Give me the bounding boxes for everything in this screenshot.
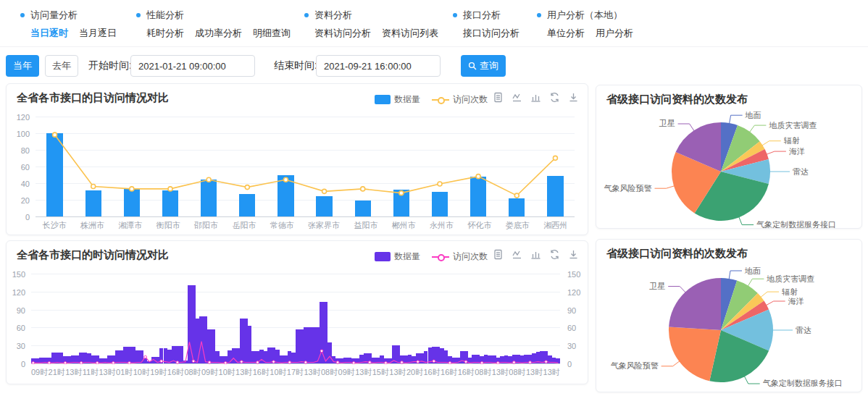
x-tick-label: 怀化市 [467, 220, 491, 231]
legend-item-databar[interactable]: 数据量 [375, 250, 420, 263]
x-tick-label: 16时 [423, 367, 440, 378]
bar[interactable] [85, 190, 101, 216]
x-tick-label: 株洲市 [80, 220, 104, 231]
end-time-label: 结束时间: [274, 59, 317, 72]
nav-item-user-analysis[interactable]: 用户分析 [596, 27, 633, 40]
legend-item-databar[interactable]: 数据量 [375, 93, 420, 106]
x-tick-label: 11时 [83, 367, 99, 378]
line-chart-switch-icon[interactable] [512, 249, 522, 260]
y-tick-label: 0 [8, 360, 25, 368]
x-tick-label: 21时 [49, 367, 65, 378]
search-button[interactable]: 查询 [461, 55, 506, 77]
gridline [31, 274, 560, 274]
legend-item-visits-line[interactable]: 访问次数 [432, 250, 488, 263]
x-tick-label: 永州市 [430, 220, 454, 231]
province-access-pie-chart[interactable]: 地面地质灾害调查辐射海洋雷达气象定制数据服务接口气象风险预警卫星 [596, 261, 861, 391]
hourly-chart-canvas[interactable] [31, 274, 560, 364]
bar[interactable] [316, 196, 332, 216]
nav-group-label: 接口分析 [463, 9, 501, 22]
legend-label: 数据量 [394, 93, 420, 106]
gridline [36, 117, 575, 117]
bar[interactable] [162, 190, 178, 216]
pie-label-辐射: 辐射 [784, 136, 800, 145]
x-tick-label: 16时 [458, 367, 475, 378]
x-tick-label: 13时 [492, 367, 509, 378]
x-tick-label: 09时 [31, 367, 48, 378]
nav-item-data-access-list[interactable]: 资料访问列表 [382, 27, 438, 40]
nav-item-daily-month[interactable]: 当月逐日 [79, 27, 117, 40]
last-year-button[interactable]: 去年 [45, 55, 78, 77]
end-time-input[interactable] [316, 55, 441, 77]
bar[interactable] [124, 189, 140, 216]
x-tick-label: 湘潭市 [118, 220, 142, 231]
bar[interactable] [277, 175, 293, 217]
start-time-label: 开始时间: [88, 59, 132, 72]
nav-item-hourly-today[interactable]: 当日逐时 [30, 27, 68, 40]
gridline [36, 133, 575, 134]
gridline [31, 327, 560, 328]
nav-item-interface-access[interactable]: 接口访问分析 [463, 27, 519, 40]
nav-group-label: 访问量分析 [30, 9, 78, 22]
download-icon[interactable] [568, 92, 579, 103]
chart-toolbox [493, 92, 579, 103]
y-tick-label: 40 [12, 180, 30, 188]
bar[interactable] [547, 176, 563, 216]
legend-swatch [375, 95, 391, 104]
x-tick-label: 16时 [167, 367, 184, 378]
bar[interactable] [470, 177, 486, 216]
x-tick-label: 长沙市 [43, 220, 67, 231]
pie-label-气象定制数据服务接口: 气象定制数据服务接口 [763, 379, 843, 387]
bar[interactable] [239, 194, 255, 216]
x-tick-label: 08时 [509, 367, 525, 378]
y-tick-label: 90 [567, 306, 585, 315]
legend-item-visits-line[interactable]: 访问次数 [432, 93, 488, 106]
bar[interactable] [355, 201, 371, 216]
bar[interactable] [201, 180, 217, 216]
x-tick-label: 10时 [270, 367, 286, 378]
y-tick-label: 120 [567, 288, 585, 297]
nav-item-unit-analysis[interactable]: 单位分析 [547, 27, 585, 40]
download-icon[interactable] [568, 249, 579, 260]
pie-label-地面: 地面 [745, 111, 761, 119]
refresh-icon[interactable] [549, 249, 560, 260]
bar-chart-switch-icon[interactable] [530, 92, 541, 103]
this-year-button[interactable]: 当年 [6, 55, 39, 77]
pie-slice-卫星[interactable] [669, 278, 721, 330]
pie-label-气象风险预警: 气象风险预警 [611, 361, 659, 370]
daily-chart-canvas[interactable] [36, 117, 575, 217]
y-tick-label: 60 [12, 163, 30, 172]
line-chart-switch-icon[interactable] [512, 92, 522, 103]
y-tick-label: 150 [8, 270, 25, 279]
pie-label-地质灾害调查: 地质灾害调查 [768, 121, 817, 130]
y-tick-label: 80 [12, 146, 30, 155]
province-access-pie-chart[interactable]: 地面地质灾害调查辐射海洋雷达气象定制数据服务接口气象风险预警卫星 [596, 106, 861, 228]
bar[interactable] [509, 198, 525, 216]
bar[interactable] [556, 358, 560, 363]
bar[interactable] [393, 190, 409, 216]
x-axis-line [36, 216, 575, 217]
gridline [36, 183, 575, 184]
nav-group-title: 接口分析 [453, 9, 519, 22]
nav-item-success-rate[interactable]: 成功率分析 [195, 27, 242, 40]
bar-chart-switch-icon[interactable] [530, 249, 541, 260]
x-tick-label: 13时 [543, 367, 560, 378]
bar[interactable] [432, 192, 448, 217]
data-view-icon[interactable] [493, 92, 504, 103]
gridline [31, 292, 560, 292]
pie-label-气象风险预警: 气象风险预警 [604, 184, 651, 193]
legend-swatch [375, 252, 391, 261]
start-time-input[interactable] [130, 55, 255, 77]
bar[interactable] [46, 133, 62, 216]
nav-group-label: 资料分析 [314, 9, 352, 22]
x-tick-label: 13时 [99, 367, 115, 378]
nav-item-detail-query[interactable]: 明细查询 [253, 27, 291, 40]
nav-item-data-access-analysis[interactable]: 资料访问分析 [314, 27, 371, 40]
data-view-icon[interactable] [493, 249, 504, 260]
nav-group-interface: 接口分析 接口访问分析 [453, 9, 519, 40]
x-axis-line [31, 363, 560, 364]
bullet-icon [136, 13, 141, 17]
y-tick-label: 30 [567, 342, 585, 350]
refresh-icon[interactable] [549, 92, 560, 103]
nav-group-title: 性能分析 [136, 9, 291, 22]
nav-item-time-cost[interactable]: 耗时分析 [146, 27, 184, 40]
